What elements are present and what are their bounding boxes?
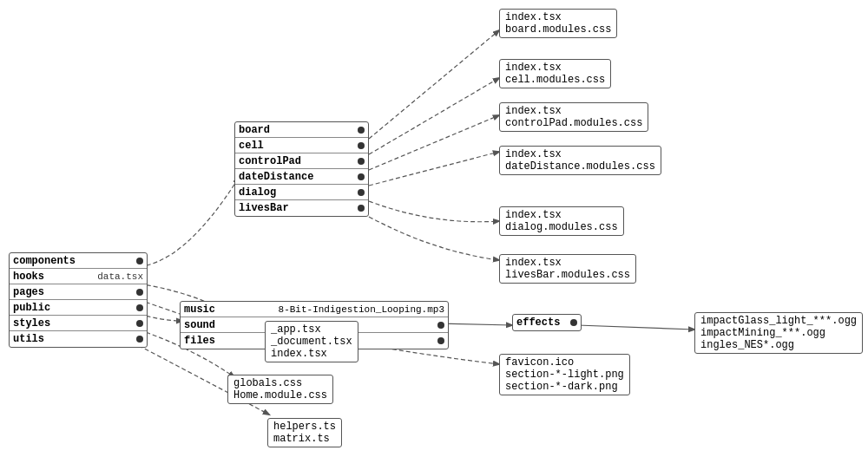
static-file-3: section-*-dark.png (505, 381, 624, 393)
controlpad-file-1: index.tsx (505, 105, 642, 117)
effects-file-2: impactMining_***.ogg (700, 327, 857, 339)
utils-dot (136, 336, 143, 343)
static-file-2: section-*-light.png (505, 369, 624, 381)
static-file-1: favicon.ico (505, 356, 624, 369)
dialog-file-2: dialog.modules.css (505, 221, 618, 233)
components-panel-box: board cell controlPad dateDistance dialo… (234, 121, 369, 217)
pages-file-2: _document.tsx (271, 336, 352, 348)
livesbar-file-1: index.tsx (505, 257, 630, 269)
datedistance-file-1: index.tsx (505, 148, 655, 160)
livesbar-file-2: livesBar.modules.css (505, 269, 630, 281)
livesbar-dot (358, 205, 365, 212)
board-file-1: index.tsx (505, 11, 611, 23)
row-livesbar: livesBar (235, 200, 368, 216)
board-label: board (239, 124, 354, 136)
components-dot (136, 258, 143, 264)
left-panel-box: components hooks data.tsx pages public s… (9, 252, 148, 348)
controlpad-dot (358, 158, 365, 165)
dialog-dot (358, 189, 365, 196)
row-styles: styles (10, 316, 147, 331)
datedistance-files-box: index.tsx dateDistance.modules.css (499, 146, 661, 175)
cell-file-2: cell.modules.css (505, 74, 605, 86)
row-music: music 8-Bit-Indigestion_Looping.mp3 (181, 302, 448, 317)
controlpad-file-2: controlPad.modules.css (505, 117, 642, 129)
effects-file-1: impactGlass_light_***.ogg (700, 315, 857, 327)
utils-file-2: matrix.ts (273, 433, 336, 445)
row-dialog: dialog (235, 185, 368, 200)
row-pages: pages (10, 284, 147, 300)
row-controlpad: controlPad (235, 153, 368, 169)
row-components: components (10, 253, 147, 269)
effects-label: effects (516, 317, 567, 329)
row-datedistance: dateDistance (235, 169, 368, 185)
hooks-extra: data.tsx (97, 271, 143, 282)
effects-row: effects (513, 315, 581, 330)
effects-file-3: ingles_NES*.ogg (700, 339, 857, 351)
components-label: components (13, 255, 133, 267)
effects-box: effects (512, 314, 582, 331)
datedistance-file-2: dateDistance.modules.css (505, 160, 655, 173)
board-files-box: index.tsx board.modules.css (499, 9, 617, 38)
controlpad-label: controlPad (239, 155, 354, 167)
pages-files-box: _app.tsx _document.tsx index.tsx (265, 321, 358, 362)
public-dot (136, 304, 143, 311)
cell-files-box: index.tsx cell.modules.css (499, 59, 611, 88)
row-board: board (235, 122, 368, 138)
row-public: public (10, 300, 147, 316)
livesbar-label: livesBar (239, 202, 354, 214)
livesbar-files-box: index.tsx livesBar.modules.css (499, 254, 636, 284)
controlpad-files-box: index.tsx controlPad.modules.css (499, 102, 648, 132)
datedistance-dot (358, 173, 365, 180)
effects-files-box: impactGlass_light_***.ogg impactMining_*… (694, 312, 863, 354)
row-utils: utils (10, 331, 147, 347)
pages-label: pages (13, 286, 133, 298)
board-dot (358, 127, 365, 134)
music-filename: 8-Bit-Indigestion_Looping.mp3 (279, 304, 444, 315)
music-label: music (184, 304, 273, 316)
connections-svg (0, 0, 868, 470)
row-hooks: hooks data.tsx (10, 269, 147, 284)
public-static-box: favicon.ico section-*-light.png section-… (499, 354, 630, 395)
utils-file-1: helpers.ts (273, 421, 336, 433)
dialog-file-1: index.tsx (505, 209, 618, 221)
dialog-files-box: index.tsx dialog.modules.css (499, 206, 624, 236)
styles-files-box: globals.css Home.module.css (227, 375, 333, 404)
datedistance-label: dateDistance (239, 171, 354, 183)
utils-label: utils (13, 333, 133, 345)
files-dot (437, 337, 444, 344)
pages-file-3: index.tsx (271, 348, 352, 360)
styles-label: styles (13, 317, 133, 330)
styles-file-2: Home.module.css (233, 389, 327, 401)
pages-file-1: _app.tsx (271, 323, 352, 336)
sound-dot (437, 322, 444, 329)
utils-files-box: helpers.ts matrix.ts (267, 418, 342, 447)
hooks-label: hooks (13, 271, 94, 283)
pages-dot (136, 289, 143, 296)
row-cell: cell (235, 138, 368, 153)
public-label: public (13, 302, 133, 314)
effects-dot (570, 319, 577, 326)
cell-dot (358, 142, 365, 149)
cell-label: cell (239, 140, 354, 152)
cell-file-1: index.tsx (505, 62, 605, 74)
diagram-container: components hooks data.tsx pages public s… (0, 0, 868, 470)
dialog-label: dialog (239, 186, 354, 199)
styles-file-1: globals.css (233, 377, 327, 389)
board-file-2: board.modules.css (505, 23, 611, 36)
styles-dot (136, 320, 143, 327)
